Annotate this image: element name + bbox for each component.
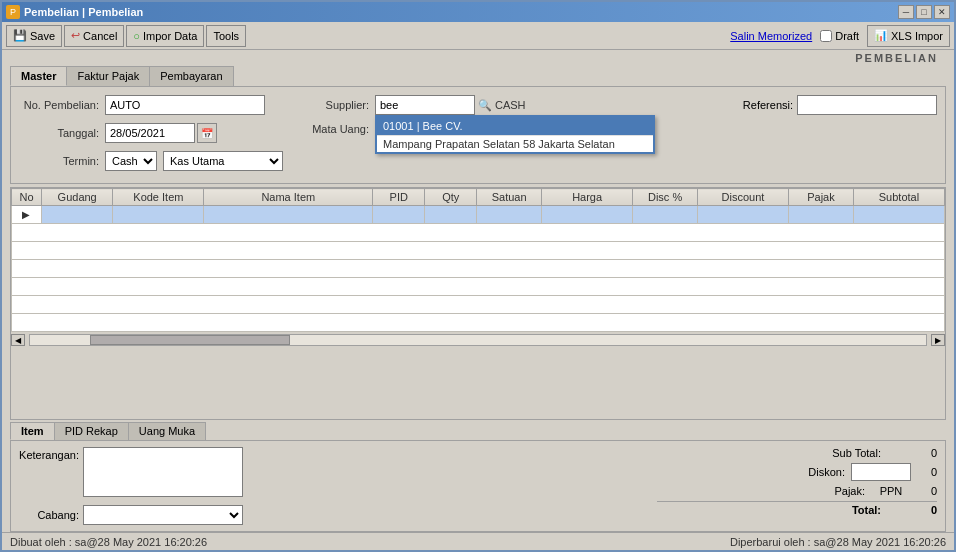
referensi-row: Referensi: [743, 95, 937, 115]
toolbar: 💾 Save ↩ Cancel ○ Impor Data Tools Salin… [2, 22, 954, 50]
draft-checkbox[interactable] [820, 30, 832, 42]
cell-satuan[interactable] [477, 206, 542, 224]
minimize-button[interactable]: ─ [898, 5, 914, 19]
keterangan-input[interactable] [83, 447, 243, 497]
tools-button[interactable]: Tools [206, 25, 246, 47]
cabang-row: Cabang: [19, 505, 649, 525]
close-button[interactable]: ✕ [934, 5, 950, 19]
row-indicator: ▶ [12, 206, 42, 224]
col-discount: Discount [698, 189, 789, 206]
col-nama-item: Nama Item [204, 189, 373, 206]
supplier-search-icon[interactable]: 🔍 [478, 99, 492, 112]
date-wrap: 📅 [105, 123, 217, 143]
no-pembelian-row: No. Pembelian: [19, 95, 283, 115]
sub-total-label: Sub Total: [657, 447, 881, 459]
tanggal-input[interactable] [105, 123, 195, 143]
table-row[interactable]: ▶ [12, 206, 945, 224]
master-form-panel: No. Pembelian: Tanggal: 📅 Termin: Ca [10, 86, 946, 184]
tab-item[interactable]: Item [10, 422, 55, 440]
titlebar: P Pembelian | Pembelian ─ □ ✕ [2, 2, 954, 22]
col-satuan: Satuan [477, 189, 542, 206]
supplier-label: Supplier: [299, 99, 369, 111]
window-title: Pembelian | Pembelian [24, 6, 894, 18]
import-button[interactable]: ○ Impor Data [126, 25, 204, 47]
horizontal-scrollbar[interactable] [29, 334, 927, 346]
supplier-input-wrap: 🔍 CASH 01001 | Bee CV. Mampang Prapatan … [375, 95, 526, 115]
cabang-select[interactable] [83, 505, 243, 525]
cell-gudang[interactable] [41, 206, 112, 224]
referensi-label: Referensi: [743, 99, 793, 111]
dropdown-item-2[interactable]: Mampang Prapatan Selatan 58 Jakarta Sela… [377, 135, 653, 152]
tab-pembayaran[interactable]: Pembayaran [149, 66, 233, 86]
supplier-cash-text: CASH [495, 99, 526, 111]
salin-memorized-link[interactable]: Salin Memorized [730, 30, 812, 42]
empty-row-2 [12, 242, 945, 260]
cell-kode-item[interactable] [113, 206, 204, 224]
diskon-input[interactable] [851, 463, 911, 481]
cancel-icon: ↩ [71, 29, 80, 42]
diskon-value: 0 [917, 466, 937, 478]
bottom-tab-strip: Item PID Rekap Uang Muka [2, 420, 954, 440]
no-pembelian-label: No. Pembelian: [19, 99, 99, 111]
cell-pid[interactable] [373, 206, 425, 224]
tab-master[interactable]: Master [10, 66, 67, 86]
scroll-left-arrow[interactable]: ◀ [11, 334, 25, 346]
cabang-label: Cabang: [19, 509, 79, 521]
tab-pid-rekap[interactable]: PID Rekap [54, 422, 129, 440]
statusbar-left: Dibuat oleh : sa@28 May 2021 16:20:26 [10, 536, 476, 548]
cell-nama-item[interactable] [204, 206, 373, 224]
no-pembelian-input[interactable] [105, 95, 265, 115]
supplier-dropdown[interactable]: 01001 | Bee CV. Mampang Prapatan Selatan… [375, 115, 655, 154]
table-area: No Gudang Kode Item Nama Item PID Qty Sa… [10, 187, 946, 420]
total-label: Total: [657, 504, 881, 516]
main-window: P Pembelian | Pembelian ─ □ ✕ 💾 Save ↩ C… [0, 0, 956, 552]
mata-uang-label: Mata Uang: [299, 123, 369, 135]
tab-uang-muka[interactable]: Uang Muka [128, 422, 206, 440]
tanggal-row: Tanggal: 📅 [19, 123, 283, 143]
pajak-amount: 0 [917, 485, 937, 497]
cancel-button[interactable]: ↩ Cancel [64, 25, 124, 47]
col-no: No [12, 189, 42, 206]
save-button[interactable]: 💾 Save [6, 25, 62, 47]
cell-harga[interactable] [542, 206, 633, 224]
section-label: PEMBELIAN [855, 52, 946, 64]
col-disc-pct: Disc % [633, 189, 698, 206]
toolbar-right: Salin Memorized Draft 📊 XLS Impor [730, 25, 950, 47]
tabs: Master Faktur Pajak Pembayaran [10, 66, 946, 86]
scrollbar-thumb[interactable] [90, 335, 290, 345]
kas-select[interactable]: Kas Utama [163, 151, 283, 171]
referensi-input[interactable] [797, 95, 937, 115]
cell-qty[interactable] [425, 206, 477, 224]
diskon-label: Diskon: [657, 466, 845, 478]
col-harga: Harga [542, 189, 633, 206]
cell-subtotal[interactable] [853, 206, 944, 224]
tab-faktur-pajak[interactable]: Faktur Pajak [66, 66, 150, 86]
dropdown-item-1[interactable]: 01001 | Bee CV. [377, 117, 653, 135]
empty-row-6 [12, 314, 945, 332]
window-controls: ─ □ ✕ [898, 5, 950, 19]
empty-row-4 [12, 278, 945, 296]
cell-pajak[interactable] [788, 206, 853, 224]
cell-disc-pct[interactable] [633, 206, 698, 224]
supplier-input[interactable] [375, 95, 475, 115]
xls-impor-button[interactable]: 📊 XLS Impor [867, 25, 950, 47]
maximize-button[interactable]: □ [916, 5, 932, 19]
bottom-right: Sub Total: 0 Diskon: 0 Pajak: PPN 0 Tota… [657, 447, 937, 525]
cell-discount[interactable] [698, 206, 789, 224]
bottom-left: Keterangan: Cabang: [19, 447, 649, 525]
diskon-row: Diskon: 0 [657, 463, 937, 481]
col-pajak: Pajak [788, 189, 853, 206]
scroll-right-arrow[interactable]: ▶ [931, 334, 945, 346]
tanggal-label: Tanggal: [19, 127, 99, 139]
table-scrollbar-row: ◀ ▶ [11, 332, 945, 348]
termin-select[interactable]: Cash [105, 151, 157, 171]
statusbar-right: Diperbarui oleh : sa@28 May 2021 16:20:2… [480, 536, 946, 548]
table-header-row: No Gudang Kode Item Nama Item PID Qty Sa… [12, 189, 945, 206]
calendar-button[interactable]: 📅 [197, 123, 217, 143]
bottom-panel: Keterangan: Cabang: Sub Total: 0 Diskon:… [10, 440, 946, 532]
save-icon: 💾 [13, 29, 27, 42]
keterangan-row: Keterangan: [19, 447, 649, 497]
sub-total-row: Sub Total: 0 [657, 447, 937, 459]
sub-total-value: 0 [887, 447, 937, 459]
draft-label: Draft [835, 30, 859, 42]
